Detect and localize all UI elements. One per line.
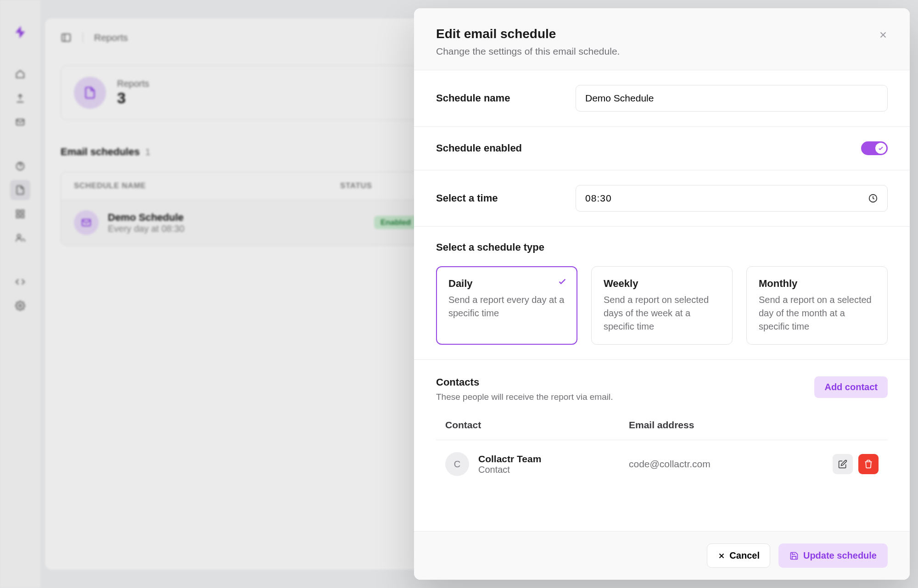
cancel-label: Cancel — [729, 550, 760, 561]
type-weekly[interactable]: Weekly Send a report on selected days of… — [591, 266, 733, 345]
th-contact: Contact — [445, 420, 629, 431]
schedule-enabled-label: Schedule enabled — [436, 142, 522, 154]
type-daily-desc: Send a report every day at a specific ti… — [448, 293, 565, 320]
select-type-label: Select a schedule type — [436, 241, 888, 253]
delete-contact-button[interactable] — [858, 454, 879, 474]
contacts-title: Contacts — [436, 376, 613, 388]
schedule-name-input[interactable] — [576, 85, 888, 112]
avatar: C — [445, 452, 469, 476]
close-icon — [878, 30, 888, 40]
contacts-subtitle: These people will receive the report via… — [436, 392, 613, 402]
type-daily-title: Daily — [448, 278, 565, 290]
drawer-subtitle: Change the settings of this email schedu… — [436, 46, 888, 57]
type-daily[interactable]: Daily Send a report every day at a speci… — [436, 266, 577, 345]
contact-role: Contact — [478, 465, 629, 475]
time-input-wrap[interactable] — [576, 185, 888, 212]
type-weekly-title: Weekly — [604, 278, 720, 290]
clock-icon — [868, 193, 878, 203]
schedule-enabled-toggle[interactable] — [861, 141, 888, 155]
edit-icon — [838, 459, 847, 469]
time-input[interactable] — [585, 193, 868, 204]
type-weekly-desc: Send a report on selected days of the we… — [604, 293, 720, 333]
contact-email: code@collactr.com — [629, 459, 833, 470]
close-button[interactable] — [877, 28, 890, 41]
close-icon — [717, 552, 726, 560]
type-monthly-desc: Send a report on a selected day of the m… — [759, 293, 875, 333]
check-icon — [875, 143, 886, 154]
save-icon — [789, 551, 799, 560]
th-email: Email address — [629, 420, 879, 431]
update-schedule-button[interactable]: Update schedule — [778, 543, 888, 568]
edit-contact-button[interactable] — [833, 454, 853, 474]
update-label: Update schedule — [803, 550, 877, 561]
trash-icon — [864, 459, 873, 469]
contact-row: C Collactr Team Contact code@collactr.co… — [436, 440, 888, 488]
check-icon — [557, 276, 567, 286]
drawer-title: Edit email schedule — [436, 27, 888, 41]
contact-name: Collactr Team — [478, 454, 629, 465]
select-time-label: Select a time — [436, 192, 498, 204]
type-monthly[interactable]: Monthly Send a report on a selected day … — [746, 266, 888, 345]
edit-schedule-drawer: Edit email schedule Change the settings … — [414, 8, 910, 580]
type-monthly-title: Monthly — [759, 278, 875, 290]
schedule-name-label: Schedule name — [436, 92, 510, 104]
add-contact-button[interactable]: Add contact — [814, 376, 888, 398]
cancel-button[interactable]: Cancel — [707, 543, 770, 568]
